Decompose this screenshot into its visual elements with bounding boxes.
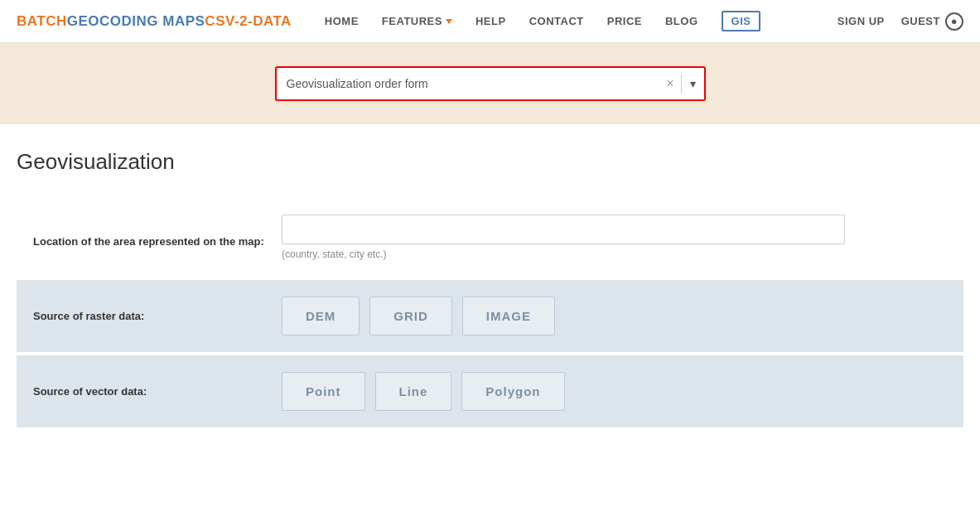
nav-features[interactable]: FEATURES bbox=[382, 15, 452, 27]
search-clear-button[interactable]: × bbox=[659, 76, 680, 91]
search-box: × ▾ bbox=[275, 66, 706, 101]
vector-buttons: Point Line Polygon bbox=[282, 372, 565, 411]
search-dropdown-button[interactable]: ▾ bbox=[682, 77, 704, 90]
main-content: Geovisualization Location of the area re… bbox=[0, 124, 980, 447]
nav-contact[interactable]: CONTACT bbox=[529, 15, 584, 27]
logo-batch: BATCH bbox=[17, 13, 67, 30]
nav-gis[interactable]: GIS bbox=[722, 11, 761, 31]
nav-right: SIGN UP GUEST ● bbox=[838, 12, 963, 31]
location-row: Location of the area represented on the … bbox=[17, 198, 963, 277]
raster-label: Source of raster data: bbox=[33, 310, 282, 322]
signup-link[interactable]: SIGN UP bbox=[838, 15, 885, 27]
search-area: × ▾ bbox=[0, 43, 980, 124]
location-hint: (country, state, city etc.) bbox=[282, 249, 947, 260]
logo-geocoding: GEOCODING MAPS bbox=[67, 13, 205, 30]
nav-home[interactable]: HOME bbox=[325, 15, 359, 27]
location-input[interactable] bbox=[282, 215, 845, 244]
page-title: Geovisualization bbox=[17, 149, 963, 175]
logo-csv: CSV-2-DATA bbox=[205, 13, 292, 30]
search-input[interactable] bbox=[277, 77, 660, 90]
raster-dem-button[interactable]: DEM bbox=[282, 297, 360, 335]
location-label: Location of the area represented on the … bbox=[33, 227, 282, 248]
vector-polygon-button[interactable]: Polygon bbox=[461, 372, 564, 411]
vector-line-button[interactable]: Line bbox=[375, 372, 452, 411]
nav-help[interactable]: HELP bbox=[476, 15, 506, 27]
raster-buttons: DEM GRID IMAGE bbox=[282, 297, 555, 335]
vector-point-button[interactable]: Point bbox=[282, 372, 365, 411]
vector-row: Source of vector data: Point Line Polygo… bbox=[17, 355, 963, 427]
features-dropdown-arrow bbox=[446, 19, 452, 24]
vector-label: Source of vector data: bbox=[33, 385, 282, 398]
raster-image-button[interactable]: IMAGE bbox=[462, 297, 555, 335]
guest-menu[interactable]: GUEST ● bbox=[901, 12, 963, 31]
nav-blog[interactable]: BLOG bbox=[665, 15, 698, 27]
raster-grid-button[interactable]: GRID bbox=[369, 297, 452, 335]
location-field-area: (country, state, city etc.) bbox=[282, 215, 947, 260]
user-icon: ● bbox=[945, 12, 963, 31]
site-logo[interactable]: BATCH GEOCODING MAPS CSV-2-DATA bbox=[17, 13, 292, 30]
raster-row: Source of raster data: DEM GRID IMAGE bbox=[17, 280, 963, 352]
nav-links: HOME FEATURES HELP CONTACT PRICE BLOG GI… bbox=[325, 11, 838, 31]
nav-price[interactable]: PRICE bbox=[607, 15, 642, 27]
